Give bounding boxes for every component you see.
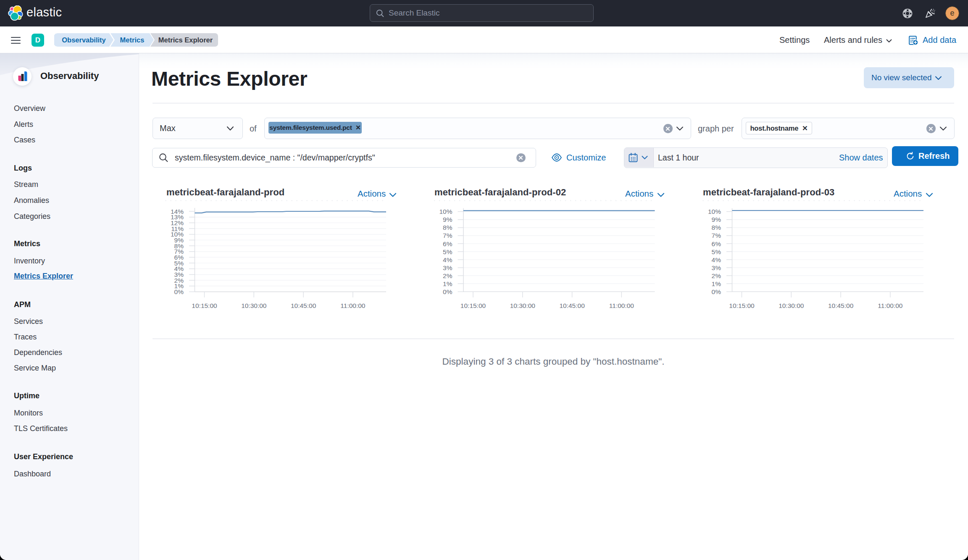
svg-text:6%: 6% xyxy=(443,240,452,247)
svg-text:8%: 8% xyxy=(443,224,452,231)
svg-text:10:30:00: 10:30:00 xyxy=(241,302,267,309)
svg-text:8%: 8% xyxy=(712,224,721,231)
svg-text:7%: 7% xyxy=(712,232,721,239)
svg-text:9%: 9% xyxy=(712,216,721,223)
svg-text:9%: 9% xyxy=(443,216,452,223)
svg-text:6%: 6% xyxy=(712,240,721,247)
svg-text:10:15:00: 10:15:00 xyxy=(729,302,755,309)
svg-text:0%: 0% xyxy=(712,288,721,295)
svg-text:10%: 10% xyxy=(439,208,452,215)
svg-text:5%: 5% xyxy=(443,248,452,255)
svg-text:11:00:00: 11:00:00 xyxy=(878,302,903,309)
svg-text:11:00:00: 11:00:00 xyxy=(609,302,634,309)
svg-text:10:15:00: 10:15:00 xyxy=(192,302,217,309)
svg-text:10:45:00: 10:45:00 xyxy=(291,302,316,309)
svg-text:0%: 0% xyxy=(443,288,452,295)
svg-text:7%: 7% xyxy=(443,232,452,239)
svg-text:3%: 3% xyxy=(712,264,721,271)
svg-text:2%: 2% xyxy=(712,272,721,279)
svg-text:10:45:00: 10:45:00 xyxy=(559,302,585,309)
svg-text:1%: 1% xyxy=(712,280,721,287)
svg-text:5%: 5% xyxy=(712,248,721,255)
svg-text:11:00:00: 11:00:00 xyxy=(340,302,366,309)
svg-text:10:30:00: 10:30:00 xyxy=(510,302,536,309)
svg-text:10:30:00: 10:30:00 xyxy=(779,302,804,309)
svg-text:10%: 10% xyxy=(708,208,721,215)
svg-text:0%: 0% xyxy=(174,288,184,295)
svg-text:10:45:00: 10:45:00 xyxy=(828,302,854,309)
svg-text:1%: 1% xyxy=(443,280,452,287)
svg-text:4%: 4% xyxy=(712,256,721,263)
svg-text:4%: 4% xyxy=(443,256,452,263)
svg-text:2%: 2% xyxy=(443,272,452,279)
svg-text:3%: 3% xyxy=(443,264,452,271)
svg-text:10:15:00: 10:15:00 xyxy=(460,302,486,309)
